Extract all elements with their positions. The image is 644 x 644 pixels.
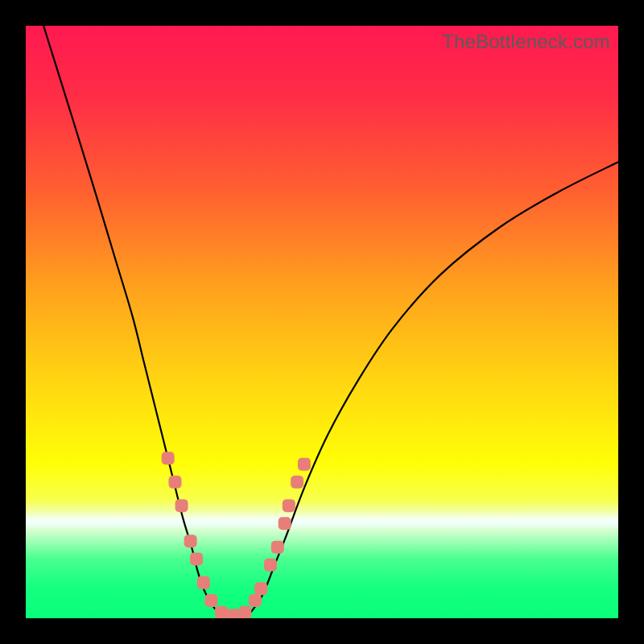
marker-group [162, 452, 311, 618]
right-curve [251, 162, 618, 612]
marker-point [215, 606, 228, 618]
marker-point [190, 552, 203, 565]
marker-point [249, 594, 262, 607]
watermark-text: TheBottleneck.com [442, 31, 610, 53]
marker-point [162, 452, 175, 464]
marker-point [291, 476, 303, 489]
marker-point [279, 517, 291, 530]
marker-point [227, 609, 240, 618]
plot-area: TheBottleneck.com [26, 26, 618, 618]
marker-point [175, 499, 188, 512]
marker-point [168, 476, 181, 489]
marker-point [184, 535, 197, 547]
marker-point [264, 559, 277, 572]
marker-point [298, 458, 311, 471]
marker-point [254, 582, 267, 595]
marker-point [238, 606, 251, 618]
curve-layer [26, 26, 618, 618]
outer-frame: TheBottleneck.com [0, 0, 644, 644]
marker-point [204, 594, 217, 607]
marker-point [283, 499, 295, 512]
marker-point [197, 576, 210, 589]
left-curve [43, 26, 215, 609]
marker-point [271, 541, 284, 554]
